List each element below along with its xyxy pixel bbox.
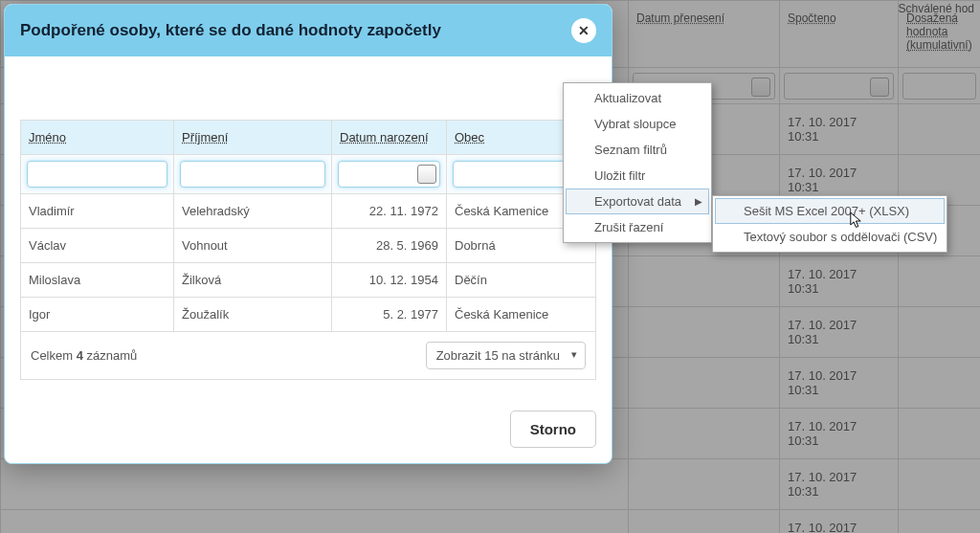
cell-jmeno: Igor xyxy=(21,298,174,332)
table-row[interactable]: Václav Vohnout 28. 5. 1969 Dobrná xyxy=(21,229,596,263)
cell-prijmeni: Vohnout xyxy=(174,229,332,263)
cell-prijmeni: Velehradský xyxy=(174,194,332,229)
table-row[interactable]: Miloslava Žilková 10. 12. 1954 Děčín xyxy=(21,263,596,298)
cell-prijmeni: Žilková xyxy=(174,263,332,298)
page-size-select[interactable]: Zobrazit 15 na stránku xyxy=(426,342,586,369)
table-row[interactable]: Igor Žoužalík 5. 2. 1977 Česká Kamenice xyxy=(21,298,596,332)
submenu-item-csv[interactable]: Textový soubor s oddělovači (CSV) xyxy=(715,224,945,250)
modal-title: Podpořené osoby, které se do dané hodnot… xyxy=(20,21,441,40)
cell-datum: 10. 12. 1954 xyxy=(332,263,447,298)
cell-jmeno: Václav xyxy=(21,229,174,263)
table-row[interactable]: Vladimír Velehradský 22. 11. 1972 Česká … xyxy=(21,194,596,229)
cell-obec: Děčín xyxy=(447,263,596,298)
col-prijmeni[interactable]: Příjmení xyxy=(174,121,332,155)
cell-jmeno: Vladimír xyxy=(21,194,174,229)
cell-prijmeni: Žoužalík xyxy=(174,298,332,332)
cell-jmeno: Miloslava xyxy=(21,263,174,298)
context-menu: Aktualizovat Vybrat sloupce Seznam filtr… xyxy=(563,82,712,243)
grid-footer: Celkem 4 záznamů Zobrazit 15 na stránku xyxy=(20,332,596,380)
close-button[interactable]: ✕ xyxy=(571,18,596,43)
menu-item-zrusit-razeni[interactable]: Zrušit řazení xyxy=(566,214,709,240)
menu-item-ulozit-filtr[interactable]: Uložit filtr xyxy=(566,163,709,189)
col-datum-narozeni[interactable]: Datum narození xyxy=(332,121,447,155)
context-submenu-export: Sešit MS Excel 2007+ (XLSX) Textový soub… xyxy=(712,195,947,253)
cancel-button[interactable]: Storno xyxy=(510,411,596,448)
cell-datum: 22. 11. 1972 xyxy=(332,194,447,229)
calendar-icon[interactable] xyxy=(417,165,436,184)
filter-jmeno[interactable] xyxy=(27,161,167,188)
menu-item-seznam-filtru[interactable]: Seznam filtrů xyxy=(566,137,709,163)
cell-datum: 28. 5. 1969 xyxy=(332,229,447,263)
cell-datum: 5. 2. 1977 xyxy=(332,298,447,332)
menu-item-vybrat-sloupce[interactable]: Vybrat sloupce xyxy=(566,111,709,137)
modal-dialog: Podpořené osoby, které se do dané hodnot… xyxy=(4,4,612,464)
record-count: Celkem 4 záznamů xyxy=(31,348,137,363)
col-jmeno[interactable]: Jméno xyxy=(21,121,174,155)
menu-item-aktualizovat[interactable]: Aktualizovat xyxy=(566,85,709,111)
cell-obec: Česká Kamenice xyxy=(447,298,596,332)
menu-item-exportovat-data[interactable]: Exportovat data▶ xyxy=(566,189,709,214)
modal-header: Podpořené osoby, které se do dané hodnot… xyxy=(5,5,612,56)
data-grid: Jméno Příjmení Datum narození Obec Vladi… xyxy=(20,120,596,332)
submenu-item-xlsx[interactable]: Sešit MS Excel 2007+ (XLSX) xyxy=(715,198,945,224)
filter-prijmeni[interactable] xyxy=(180,161,325,188)
chevron-right-icon: ▶ xyxy=(695,196,702,207)
close-icon: ✕ xyxy=(578,23,590,38)
